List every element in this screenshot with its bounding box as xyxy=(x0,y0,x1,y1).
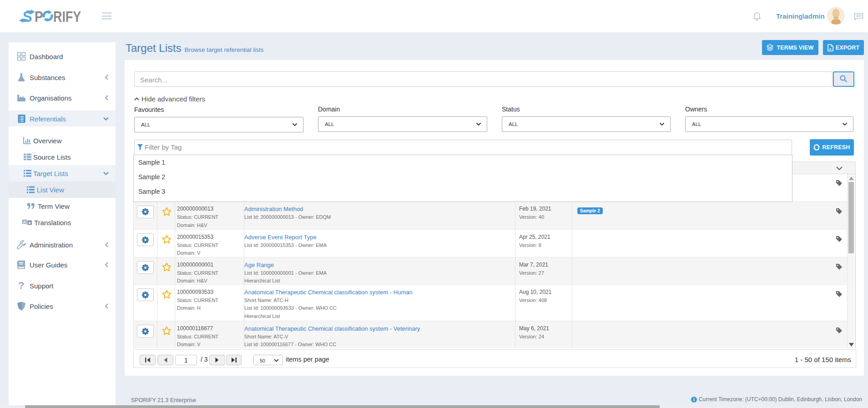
svg-text:A: A xyxy=(23,220,26,224)
svg-text:★: ★ xyxy=(28,221,31,225)
svg-text:x: x xyxy=(829,46,831,50)
